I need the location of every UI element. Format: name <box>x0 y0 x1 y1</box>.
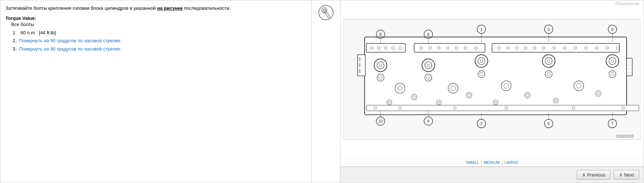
wrench-icon <box>318 5 334 21</box>
svg-text:1: 1 <box>480 27 483 31</box>
torque-item-3-text: Повернуть на 90 градусов по часовой стре… <box>19 46 122 52</box>
right-panel: ©Cummins Inc. 8 6 1 <box>340 0 644 183</box>
svg-text:9: 9 <box>611 27 614 31</box>
previous-label: Previous <box>587 172 606 178</box>
size-medium-link[interactable]: MEDIUM <box>484 160 500 165</box>
svg-text:10: 10 <box>378 118 383 123</box>
torque-item-2-number: 2. <box>13 38 18 43</box>
next-arrow-icon: ⬇ <box>619 173 623 178</box>
svg-text:2: 2 <box>480 121 483 126</box>
svg-point-67 <box>606 55 619 67</box>
left-panel: Затягивайте болты крепления головки блок… <box>0 0 312 183</box>
svg-rect-119 <box>367 105 639 111</box>
torque-item-1-number: 1. <box>13 30 19 35</box>
svg-point-55 <box>374 59 387 71</box>
torque-list: 1. 60 n.m [44 ft-lb] 2. Повернуть на 90 … <box>13 29 306 53</box>
svg-rect-23 <box>357 55 365 76</box>
svg-rect-41 <box>492 43 619 52</box>
svg-rect-126 <box>627 58 632 76</box>
svg-text:02d00293: 02d00293 <box>617 134 634 138</box>
next-label: Next <box>624 172 634 178</box>
image-area: ©Cummins Inc. 8 6 1 <box>340 0 644 158</box>
svg-point-64 <box>542 55 555 67</box>
main-container: Затягивайте болты крепления головки блок… <box>0 0 644 183</box>
svg-point-61 <box>475 55 488 67</box>
size-large-link[interactable]: LARGE <box>504 160 518 165</box>
previous-arrow-icon: ⬇ <box>582 173 586 178</box>
svg-rect-33 <box>414 43 485 52</box>
svg-text:6: 6 <box>427 31 430 36</box>
svg-rect-26 <box>359 69 360 73</box>
wrench-icon-container <box>318 5 334 21</box>
svg-rect-25 <box>359 63 360 67</box>
svg-point-58 <box>422 59 435 71</box>
torque-item-1: 1. 60 n.m [44 ft-lb] <box>13 29 306 36</box>
engine-diagram: 8 6 1 3 9 <box>343 18 641 141</box>
middle-panel <box>312 0 340 183</box>
svg-point-0 <box>319 5 333 20</box>
separator-2: | <box>502 160 503 165</box>
svg-text:8: 8 <box>379 31 382 36</box>
separator-1: | <box>481 160 482 165</box>
size-controls: SMALL | MEDIUM | LARGE <box>340 158 644 167</box>
torque-item-3-number: 3. <box>13 46 18 52</box>
svg-text:4: 4 <box>427 118 430 123</box>
copyright-text: ©Cummins Inc. <box>615 2 640 6</box>
size-small-link[interactable]: SMALL <box>466 160 479 165</box>
svg-rect-27 <box>367 43 406 52</box>
next-button[interactable]: ⬇ Next <box>614 170 639 180</box>
intro-highlight: на рисунке <box>157 5 183 11</box>
torque-item-2-text: Повернуть на 90 градусов по часовой стре… <box>19 38 122 43</box>
torque-item-3: 3. Повернуть на 90 градусов по часовой с… <box>13 45 306 53</box>
svg-text:7: 7 <box>611 121 614 126</box>
torque-sublabel: Все болты <box>11 22 306 27</box>
intro-text: Затягивайте болты крепления головки блок… <box>5 5 306 12</box>
svg-rect-24 <box>359 57 360 61</box>
torque-label: Torque Value: <box>5 16 306 21</box>
torque-item-1-value: 60 n.m [44 ft-lb] <box>21 30 56 35</box>
nav-controls: ⬇ Previous ⬇ Next <box>340 167 644 183</box>
svg-text:5: 5 <box>547 121 550 126</box>
intro-text-part2: последовательности. <box>184 5 231 11</box>
previous-button[interactable]: ⬇ Previous <box>577 170 611 180</box>
svg-text:3: 3 <box>547 27 550 31</box>
torque-item-2: 2. Повернуть на 90 градусов по часовой с… <box>13 37 306 44</box>
intro-text-part1: Затягивайте болты крепления головки блок… <box>5 5 156 11</box>
svg-point-3 <box>323 9 326 12</box>
